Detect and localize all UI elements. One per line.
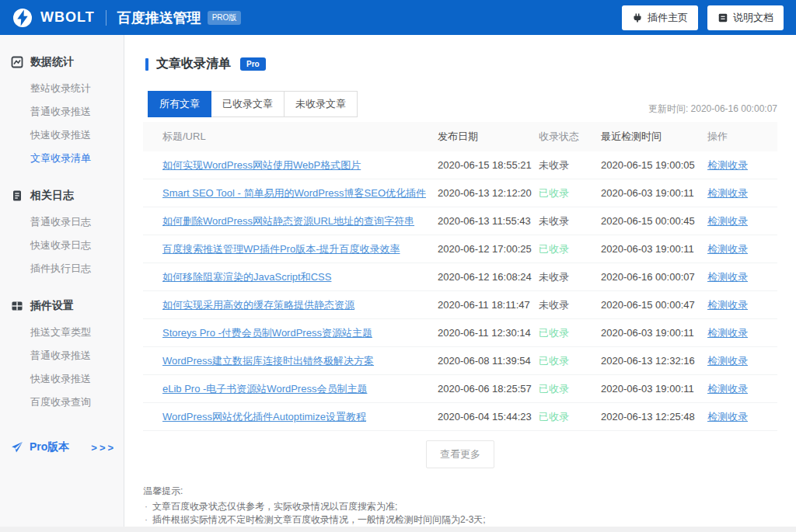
title-accent-bar [145,58,148,71]
publish-date: 2020-06-08 11:39:54 [438,355,539,367]
app-header: WBOLT 百度推送管理 PRO版 插件主页 说明文档 [0,0,796,35]
page-pro-badge: Pro [240,57,266,71]
action-cell: 检测收录 [707,214,777,228]
publish-date: 2020-06-11 18:11:47 [438,299,539,311]
check-index-link[interactable]: 检测收录 [707,327,748,339]
chart-icon [11,56,23,68]
publish-date: 2020-06-06 18:25:57 [438,383,539,395]
action-cell: 检测收录 [707,270,777,284]
tabs-row: 所有文章已收录文章未收录文章 更新时间: 2020-06-16 00:00:07 [143,91,777,117]
brand-name: WBOLT [40,9,95,26]
rocket-icon [11,441,30,454]
check-index-link[interactable]: 检测收录 [707,271,748,283]
wbolt-logo-bolt-icon [12,8,33,28]
table-row: eLib Pro -电子书资源站WordPress会员制主题2020-06-06… [143,375,777,403]
article-title-link[interactable]: 如何移除阻塞渲染的JavaScript和CSS [162,271,331,283]
article-title-link[interactable]: 如何删除WordPress网站静态资源URL地址的查询字符串 [162,215,414,227]
sidebar-item[interactable]: 快速收录推送 [0,123,124,147]
index-status: 未收录 [539,214,601,228]
log-icon [11,190,23,202]
header-last-check: 最近检测时间 [601,130,707,144]
article-title-link[interactable]: Smart SEO Tool - 简单易用的WordPress博客SEO优化插件 [162,187,426,199]
publish-date: 2020-06-13 12:12:20 [438,187,539,199]
pro-version-label: Pro版本 [30,440,69,454]
publish-date: 2020-06-12 16:08:24 [438,271,539,283]
plugin-home-label: 插件主页 [648,11,688,25]
index-status: 未收录 [539,270,601,284]
grid-icon [11,300,23,312]
plugin-title: 百度推送管理 [117,9,201,27]
article-title-link[interactable]: 百度搜索推送管理WP插件Pro版本-提升百度收录效率 [162,243,400,255]
publish-date: 2020-06-12 17:00:25 [438,243,539,255]
article-title-cell: 如何删除WordPress网站静态资源URL地址的查询字符串 [143,214,438,228]
index-status: 已收录 [539,382,601,396]
action-cell: 检测收录 [707,382,777,396]
check-index-link[interactable]: 检测收录 [707,215,748,227]
check-index-link[interactable]: 检测收录 [707,355,748,367]
index-status: 已收录 [539,410,601,424]
sidebar-item[interactable]: 快速收录日志 [0,234,124,257]
check-index-link[interactable]: 检测收录 [707,383,748,395]
action-cell: 检测收录 [707,242,777,256]
sidebar-item[interactable]: 整站收录统计 [0,77,124,100]
sidebar-item[interactable]: 文章收录清单 [0,147,124,170]
table-row: WordPress建立数据库连接时出错终极解决方案2020-06-08 11:3… [143,347,777,375]
article-title-link[interactable]: WordPress网站优化插件Autoptimize设置教程 [162,411,366,422]
sidebar-section-title: 数据统计 [0,55,124,69]
sidebar: 数据统计整站收录统计普通收录推送快速收录推送文章收录清单相关日志普通收录日志快速… [0,35,124,527]
sidebar-item[interactable]: 普通收录日志 [0,210,124,234]
check-index-link[interactable]: 检测收录 [707,411,748,422]
plugin-home-button[interactable]: 插件主页 [622,5,698,30]
check-index-link[interactable]: 检测收录 [707,187,748,199]
article-title-link[interactable]: 如何实现WordPress网站使用WebP格式图片 [162,159,361,171]
publish-date: 2020-06-04 15:44:23 [438,411,539,422]
sidebar-section-label: 数据统计 [30,55,74,69]
tab-active[interactable]: 所有文章 [148,91,211,117]
sidebar-pro-version[interactable]: Pro版本>>> [0,440,124,454]
article-title-cell: Storeys Pro -付费会员制WordPress资源站主题 [143,326,438,340]
article-title-link[interactable]: 如何实现采用高效的缓存策略提供静态资源 [162,299,354,311]
load-more-button[interactable]: 查看更多 [426,440,494,468]
action-cell: 检测收录 [707,354,777,368]
publish-date: 2020-06-13 11:55:43 [438,215,539,227]
check-index-link[interactable]: 检测收录 [707,243,748,255]
article-title-link[interactable]: WordPress建立数据库连接时出错终极解决方案 [162,355,374,367]
page-title-row: 文章收录清单 Pro [143,56,777,72]
table-row: 如何实现采用高效的缓存策略提供静态资源2020-06-11 18:11:47未收… [143,291,777,319]
sidebar-section-label: 插件设置 [30,299,74,313]
article-title-cell: 如何实现采用高效的缓存策略提供静态资源 [143,298,438,312]
tab-filter[interactable]: 未收录文章 [285,91,358,117]
sidebar-item[interactable]: 插件执行日志 [0,257,124,280]
table-row: 如何实现WordPress网站使用WebP格式图片2020-06-15 18:5… [143,151,777,179]
action-cell: 检测收录 [707,326,777,340]
check-index-link[interactable]: 检测收录 [707,159,748,171]
check-index-link[interactable]: 检测收录 [707,299,748,311]
action-cell: 检测收录 [707,410,777,424]
pro-version-arrows: >>> [91,442,116,454]
last-check-time: 2020-06-03 19:00:11 [601,327,707,339]
sidebar-section-title: 插件设置 [0,299,124,313]
sidebar-item[interactable]: 普通收录推送 [0,344,124,367]
sidebar-item[interactable]: 普通收录推送 [0,100,124,123]
header-index-status: 收录状态 [539,130,601,144]
tip-item: 插件根据实际情况不定时检测文章百度收录情况，一般情况检测时间间隔为2-3天; [143,513,777,527]
action-cell: 检测收录 [707,298,777,312]
tab-filter[interactable]: 已收录文章 [211,91,285,117]
last-check-time: 2020-06-03 19:00:11 [601,243,707,255]
index-status: 已收录 [539,354,601,368]
last-check-time: 2020-06-16 00:00:07 [601,271,707,283]
article-title-cell: 如何移除阻塞渲染的JavaScript和CSS [143,270,438,284]
table-row: Storeys Pro -付费会员制WordPress资源站主题2020-06-… [143,319,777,347]
last-check-time: 2020-06-03 19:00:11 [601,187,707,199]
sidebar-section: 插件设置推送文章类型普通收录推送快速收录推送百度收录查询 [0,299,124,414]
last-check-time: 2020-06-13 12:32:16 [601,355,707,367]
article-title-link[interactable]: eLib Pro -电子书资源站WordPress会员制主题 [162,383,367,395]
sidebar-item[interactable]: 推送文章类型 [0,321,124,344]
article-title-link[interactable]: Storeys Pro -付费会员制WordPress资源站主题 [162,327,372,339]
sidebar-item[interactable]: 百度收录查询 [0,391,124,414]
tips-title: 温馨提示: [143,485,777,498]
last-check-time: 2020-06-15 00:00:47 [601,299,707,311]
documentation-button[interactable]: 说明文档 [707,5,784,30]
update-time: 更新时间: 2020-06-16 00:00:07 [648,103,777,117]
sidebar-item[interactable]: 快速收录推送 [0,367,124,391]
